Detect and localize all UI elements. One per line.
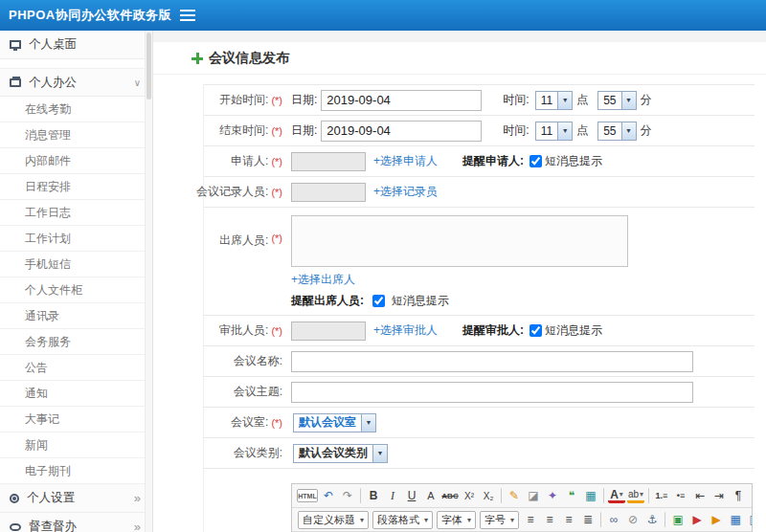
align-right-icon[interactable]: ≡ [560,511,577,528]
recorder-input[interactable] [291,183,366,202]
bold-icon[interactable]: B [365,487,382,504]
redo-icon[interactable]: ↷ [339,487,356,504]
select-value: 11 [536,122,557,140]
font-family-select[interactable]: 字体 [437,511,476,529]
attendees-sms-checkbox[interactable] [372,295,385,307]
meeting-subject-input[interactable] [291,382,693,403]
sidebar-item-settings[interactable]: 个人设置 [0,484,152,513]
form-row-meeting-room: 会议室: (*) 默认会议室 [204,408,755,438]
sidebar-item[interactable]: 通讯录 [0,303,152,329]
eye-icon [10,523,21,531]
outdent-icon[interactable]: ⇤ [691,487,709,504]
hour-unit-label: 点 [576,92,588,108]
sidebar-item[interactable]: 通知 [0,381,152,407]
end-date-input[interactable] [321,121,482,142]
sidebar-item[interactable]: 在线考勤 [0,97,152,122]
font-color-icon[interactable]: A [608,489,625,503]
unlink-icon[interactable]: ⊘ [624,511,642,528]
superscript-icon[interactable]: X² [461,487,478,504]
form-row-attendees: 出席人员: (*) +选择出席人 提醒出席人员: 短消息提示 [204,208,755,316]
meeting-room-select[interactable]: 默认会议室 [293,413,376,432]
paragraph-icon[interactable]: ¶ [730,487,747,504]
align-left-icon[interactable]: ≡ [522,511,539,528]
label-text: 会议室: [231,414,268,431]
eraser-icon[interactable]: ◪ [525,487,542,504]
font-size-select[interactable]: 字号 [480,511,519,529]
meeting-name-input[interactable] [291,351,693,372]
field-label: 开始时间: (*) [204,85,284,115]
underline-icon[interactable]: U [403,487,420,504]
sms-hint-label: 短消息提示 [392,294,449,307]
subscript-icon[interactable]: X₂ [480,487,497,504]
table-icon[interactable]: ▦ [727,511,744,528]
sidebar-item-desktop[interactable]: 个人桌面 [0,31,152,59]
indent-icon[interactable]: ⇥ [710,487,728,504]
format-brush-icon[interactable]: ✦ [544,487,561,504]
blockquote-icon[interactable]: ❝ [563,487,580,504]
custom-heading-select[interactable]: 自定义标题 [298,511,369,529]
label-text: 会议类别: [234,445,282,461]
ordered-list-icon[interactable]: 1.≡ [653,487,670,504]
sidebar-item[interactable]: 个人文件柜 [0,277,152,303]
start-date-input[interactable] [321,90,482,111]
field-label: 会议类别: [204,438,284,468]
hour-unit-label: 点 [576,122,588,139]
choose-approver-link[interactable]: +选择审批人 [373,322,438,339]
anchor-icon[interactable]: ⚓ [643,511,661,528]
attendees-textarea[interactable] [291,215,628,267]
meeting-category-select[interactable]: 默认会议类别 [293,444,388,463]
choose-applicant-link[interactable]: +选择申请人 [373,153,438,169]
time-label: 时间: [503,92,529,108]
end-minute-select[interactable]: 55 [597,122,636,141]
sidebar-scrollbar[interactable] [145,31,152,532]
sidebar-item[interactable]: 日程安排 [0,174,152,200]
sidebar-item[interactable]: 大事记 [0,407,152,432]
sidebar-item-office[interactable]: 个人办公 [0,68,152,97]
sidebar-item[interactable]: 工作计划 [0,226,152,252]
align-center-icon[interactable]: ≡ [541,511,558,528]
sidebar-item[interactable]: 工作日志 [0,200,152,226]
approver-input[interactable] [291,321,366,341]
calendar-icon[interactable]: ▦ [582,487,599,504]
strikethrough-icon[interactable]: ABC [441,487,459,504]
sidebar-item[interactable]: 内部邮件 [0,148,152,174]
paragraph-format-select[interactable]: 段落格式 [372,511,433,529]
link-icon[interactable]: ∞ [605,511,622,528]
italic-icon[interactable]: I [384,487,401,504]
sidebar-item[interactable]: 电子期刊 [0,458,152,484]
approver-sms-checkbox[interactable] [529,324,542,337]
end-hour-select[interactable]: 11 [535,122,573,141]
align-justify-icon[interactable]: ≣ [579,511,597,528]
media-icon[interactable]: ▶ [708,511,725,528]
sidebar-item[interactable]: 手机短信 [0,252,152,277]
sidebar-item[interactable]: 新闻 [0,432,152,458]
pencil-icon[interactable]: ✎ [506,487,523,504]
unordered-list-icon[interactable]: •≡ [672,487,689,504]
sidebar-item[interactable]: 消息管理 [0,122,152,148]
chevron-down-icon [134,76,141,89]
time-label: 时间: [503,122,529,139]
select-value: 11 [536,92,557,109]
start-hour-select[interactable]: 11 [535,91,573,110]
scrollbar-thumb[interactable] [146,33,151,100]
sidebar-item-supervise[interactable]: 督查督办 [0,513,152,532]
form-row-end-time: 结束时间: (*) 日期: 时间: 11 点 55 分 [204,116,755,146]
applicant-input[interactable] [291,152,366,171]
sidebar-item[interactable]: 公告 [0,355,152,381]
insert-image-icon[interactable]: ▣ [749,487,752,504]
undo-icon[interactable]: ↶ [320,487,337,504]
menu-icon[interactable] [180,10,197,21]
flash-icon[interactable]: ▶ [688,511,706,528]
sidebar-item[interactable]: 会务服务 [0,329,152,355]
image-upload-icon[interactable]: ▣ [669,511,687,528]
start-minute-select[interactable]: 55 [597,91,636,110]
choose-recorder-link[interactable]: +选择记录员 [373,184,438,200]
highlight-color-icon[interactable]: ab [627,489,644,503]
grid-icon[interactable]: ▥ [746,511,752,528]
remove-format-icon[interactable]: A [422,487,439,504]
html-source-icon[interactable]: HTML [297,489,318,502]
label-text: 审批人员: [219,322,268,339]
rich-text-editor: HTML↶↷BIUAABCX²X₂✎◪✦❝▦Aab1.≡•≡⇤⇥¶▣ 自定义标题… [291,483,753,532]
choose-attendees-link[interactable]: +选择出席人 [291,273,355,286]
applicant-sms-checkbox[interactable] [529,155,542,167]
